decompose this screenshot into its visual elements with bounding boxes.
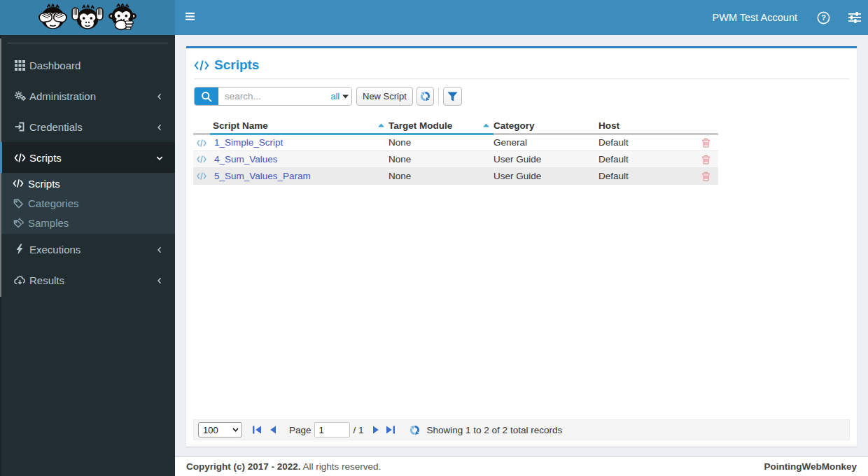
brand-name: PointingWebMonkey (764, 461, 857, 472)
category-cell: User Guide (493, 150, 598, 167)
sidebar-item-label: Executions (29, 244, 80, 255)
sidebar-item-label: Categories (28, 197, 79, 209)
settings-button[interactable] (848, 0, 861, 35)
script-name-cell: 1_Simple_Script (210, 134, 388, 150)
account-menu[interactable]: PWM Test Account (713, 12, 797, 23)
page-size-wrap: 100 (198, 422, 242, 438)
filter-button[interactable] (443, 87, 462, 106)
search-button[interactable] (195, 88, 218, 105)
sliders-icon (848, 12, 861, 23)
next-page-icon (372, 426, 379, 434)
sidebar-subitem-categories[interactable]: Categories (0, 193, 175, 213)
sidebar-subitem-scripts[interactable]: Scripts (0, 174, 175, 193)
column-header-host[interactable]: Host (598, 118, 693, 134)
sidebar-item-results[interactable]: Results (0, 265, 175, 295)
records-status: Showing 1 to 2 of 2 total records (427, 425, 563, 435)
page-label: Page (289, 425, 312, 435)
first-page-button[interactable] (252, 422, 262, 438)
sidebar-item-label: Samples (28, 217, 69, 229)
sidebar-item-credentials[interactable]: Credentials (0, 111, 175, 142)
sidebar-submenu-scripts: Scripts Categories Samples (0, 173, 175, 234)
sidebar-toggle-button[interactable] (175, 0, 206, 35)
total-pages-label: / 1 (354, 425, 364, 435)
page-number-input[interactable] (314, 422, 350, 438)
chevron-left-icon (155, 92, 164, 100)
script-link[interactable]: 4_Sum_Values (210, 154, 278, 164)
code-icon (12, 178, 24, 189)
help-icon: ? (817, 11, 830, 24)
refresh-icon (409, 424, 421, 436)
sign-in-icon (13, 121, 26, 132)
help-button[interactable]: ? (817, 0, 830, 35)
actions-cell (693, 134, 718, 150)
last-page-button[interactable] (386, 422, 396, 438)
refresh-button[interactable] (416, 87, 434, 106)
navbar-right: PWM Test Account ? (713, 0, 868, 35)
filter-icon (447, 92, 458, 102)
script-name-cell: 4_Sum_Values (210, 150, 388, 167)
sidebar-item-executions[interactable]: Executions (0, 234, 175, 265)
sidebar-subitem-samples[interactable]: Samples (0, 213, 175, 232)
hamburger-icon (186, 13, 195, 20)
sidebar-item-label: Scripts (28, 178, 60, 190)
sidebar-divider (7, 43, 168, 43)
trash-icon[interactable] (701, 172, 710, 181)
column-header-icon (193, 118, 210, 134)
script-name-cell: 5_Sum_Values_Param (210, 167, 388, 184)
new-script-button[interactable]: New Script (356, 87, 413, 106)
refresh-icon (419, 90, 431, 102)
sidebar-menu: Dashboard Administration (0, 50, 175, 295)
actions-cell (693, 167, 718, 184)
sidebar-item-dashboard[interactable]: Dashboard (0, 50, 175, 80)
title-divider (194, 78, 849, 79)
previous-page-button[interactable] (269, 422, 277, 438)
host-cell: Default (598, 167, 693, 184)
footer: Copyright (c) 2017 - 2022. All rights re… (175, 456, 868, 476)
code-icon (194, 59, 209, 71)
script-link[interactable]: 1_Simple_Script (210, 137, 283, 148)
search-input[interactable] (218, 88, 329, 105)
column-header-actions (693, 118, 718, 134)
script-type-cell (193, 167, 210, 184)
column-header-category[interactable]: Category (493, 118, 598, 134)
trash-icon[interactable] (701, 155, 710, 164)
scripts-table: Script Name Target Module Category Host (193, 118, 718, 185)
code-icon (13, 152, 26, 163)
cloud-download-icon (13, 274, 26, 286)
sidebar-item-label: Dashboard (29, 59, 80, 71)
table-row: 5_Sum_Values_Param None User Guide Defau… (193, 167, 718, 184)
sidebar-item-label: Scripts (29, 152, 62, 164)
table-row: 4_Sum_Values None User Guide Default (193, 150, 718, 167)
speak-no-evil-monkey-icon (108, 4, 137, 31)
next-page-button[interactable] (372, 422, 380, 438)
host-cell: Default (598, 150, 693, 167)
column-header-target-module[interactable]: Target Module (388, 118, 493, 134)
host-cell: Default (598, 134, 693, 150)
app-window: Dashboard Administration (0, 0, 868, 476)
search-group: all (194, 87, 352, 106)
target-module-cell: None (388, 167, 493, 184)
tags-icon (12, 217, 24, 228)
last-page-icon (386, 426, 396, 434)
sidebar-item-label: Results (29, 274, 64, 286)
category-cell: User Guide (493, 167, 598, 184)
refresh-table-button[interactable] (408, 422, 421, 438)
logo[interactable] (0, 0, 175, 35)
caret-down-icon (342, 94, 349, 99)
sort-ascending-icon (378, 123, 384, 127)
sidebar-item-scripts[interactable]: Scripts (0, 142, 175, 173)
sidebar-item-administration[interactable]: Administration (0, 80, 175, 111)
column-header-script-name[interactable]: Script Name (210, 118, 388, 134)
target-module-cell: None (388, 134, 493, 150)
bolt-icon (13, 244, 26, 255)
code-icon (196, 139, 207, 148)
page-title: Scripts (194, 57, 850, 73)
grid-icon (13, 59, 26, 71)
page-size-select[interactable]: 100 (198, 422, 242, 438)
see-no-evil-monkey-icon (38, 4, 67, 31)
trash-icon[interactable] (701, 138, 710, 148)
sidebar-item-label: Credentials (29, 121, 83, 133)
search-scope-dropdown[interactable]: all (329, 88, 351, 105)
script-link[interactable]: 5_Sum_Values_Param (210, 171, 311, 181)
navbar: PWM Test Account ? (175, 0, 868, 35)
